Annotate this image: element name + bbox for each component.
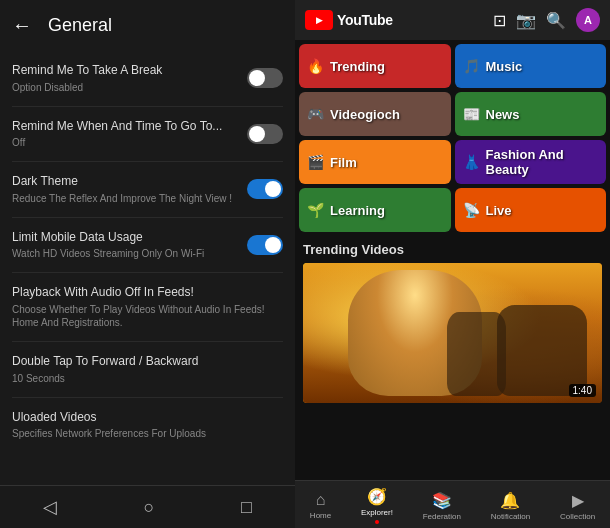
category-icon-fashion: 👗 bbox=[463, 154, 480, 170]
back-nav-icon[interactable]: ◁ bbox=[43, 496, 57, 518]
avatar[interactable]: A bbox=[576, 8, 600, 32]
nav-item-explore[interactable]: 🧭Explorer! bbox=[361, 487, 393, 524]
setting-item-uploads: Uloaded VideosSpecifies Network Preferen… bbox=[12, 398, 283, 453]
category-gaming[interactable]: 🎮Videogioch bbox=[299, 92, 451, 136]
toggle-break[interactable] bbox=[247, 68, 283, 88]
category-music[interactable]: 🎵Music bbox=[455, 44, 607, 88]
setting-item-break[interactable]: Remind Me To Take A BreakOption Disabled bbox=[12, 51, 283, 107]
setting-sub-dark: Reduce The Reflex And Improve The Night … bbox=[12, 192, 239, 205]
youtube-logo: YouTube bbox=[305, 10, 393, 30]
nav-icon-federation: 📚 bbox=[432, 491, 452, 510]
youtube-header: YouTube ⊡ 📷 🔍 A bbox=[295, 0, 610, 40]
nav-label-explore: Explorer! bbox=[361, 508, 393, 517]
settings-header: ← General bbox=[0, 0, 295, 51]
category-label-learning: Learning bbox=[330, 203, 385, 218]
youtube-wordmark: YouTube bbox=[337, 12, 393, 28]
video-camera-icon[interactable]: 📷 bbox=[516, 11, 536, 30]
category-label-music: Music bbox=[486, 59, 523, 74]
setting-title-data: Limit Mobile Data Usage bbox=[12, 230, 239, 246]
setting-title-time: Remind Me When And Time To Go To... bbox=[12, 119, 239, 135]
nav-icon-notification: 🔔 bbox=[500, 491, 520, 510]
toggle-data[interactable] bbox=[247, 235, 283, 255]
category-icon-films: 🎬 bbox=[307, 154, 324, 170]
setting-title-break: Remind Me To Take A Break bbox=[12, 63, 239, 79]
category-label-live: Live bbox=[486, 203, 512, 218]
setting-item-time[interactable]: Remind Me When And Time To Go To...Off bbox=[12, 107, 283, 163]
category-films[interactable]: 🎬Film bbox=[299, 140, 451, 184]
setting-sub-time: Off bbox=[12, 136, 239, 149]
nav-label-home: Home bbox=[310, 511, 331, 520]
back-button[interactable]: ← bbox=[12, 14, 32, 37]
settings-list: Remind Me To Take A BreakOption Disabled… bbox=[0, 51, 295, 485]
category-icon-news: 📰 bbox=[463, 106, 480, 122]
setting-item-dark[interactable]: Dark ThemeReduce The Reflex And Improve … bbox=[12, 162, 283, 218]
category-trending[interactable]: 🔥Trending bbox=[299, 44, 451, 88]
toggle-time[interactable] bbox=[247, 124, 283, 144]
video-duration: 1:40 bbox=[569, 384, 596, 397]
category-live[interactable]: 📡Live bbox=[455, 188, 607, 232]
category-label-trending: Trending bbox=[330, 59, 385, 74]
nav-icon-explore: 🧭 bbox=[367, 487, 387, 506]
nav-item-federation[interactable]: 📚Federation bbox=[423, 491, 461, 521]
category-label-films: Film bbox=[330, 155, 357, 170]
trending-section: Trending Videos 1:40 bbox=[295, 236, 610, 407]
category-icon-trending: 🔥 bbox=[307, 58, 324, 74]
recents-nav-icon[interactable]: □ bbox=[241, 497, 252, 518]
nav-item-collection[interactable]: ▶Collection bbox=[560, 491, 595, 521]
cast-icon[interactable]: ⊡ bbox=[493, 11, 506, 30]
nav-label-collection: Collection bbox=[560, 512, 595, 521]
setting-sub-uploads: Specifies Network Preferences For Upload… bbox=[12, 427, 275, 440]
setting-title-dark: Dark Theme bbox=[12, 174, 239, 190]
android-nav: ◁ ○ □ bbox=[0, 485, 295, 528]
setting-sub-data: Watch HD Videos Streaming Only On Wi-Fi bbox=[12, 247, 239, 260]
youtube-panel: YouTube ⊡ 📷 🔍 A 🔥Trending🎵Music🎮Videogio… bbox=[295, 0, 610, 528]
settings-panel: ← General Remind Me To Take A BreakOptio… bbox=[0, 0, 295, 528]
trending-title: Trending Videos bbox=[303, 242, 602, 257]
nav-item-notification[interactable]: 🔔Notification bbox=[491, 491, 531, 521]
nav-icon-collection: ▶ bbox=[572, 491, 584, 510]
setting-item-audio: Playback With Audio Off In Feeds!Choose … bbox=[12, 273, 283, 342]
search-icon[interactable]: 🔍 bbox=[546, 11, 566, 30]
category-icon-music: 🎵 bbox=[463, 58, 480, 74]
category-label-news: News bbox=[486, 107, 520, 122]
youtube-icon bbox=[305, 10, 333, 30]
nav-item-home[interactable]: ⌂Home bbox=[310, 491, 331, 520]
setting-sub-doubletap: 10 Seconds bbox=[12, 372, 275, 385]
nav-label-federation: Federation bbox=[423, 512, 461, 521]
toggle-dark[interactable] bbox=[247, 179, 283, 199]
setting-sub-audio: Choose Whether To Play Videos Without Au… bbox=[12, 303, 275, 329]
category-label-fashion: Fashion And Beauty bbox=[486, 147, 599, 177]
setting-sub-break: Option Disabled bbox=[12, 81, 239, 94]
category-icon-learning: 🌱 bbox=[307, 202, 324, 218]
nav-label-notification: Notification bbox=[491, 512, 531, 521]
setting-item-data[interactable]: Limit Mobile Data UsageWatch HD Videos S… bbox=[12, 218, 283, 274]
category-grid: 🔥Trending🎵Music🎮Videogioch📰News🎬Film👗Fas… bbox=[295, 40, 610, 236]
category-label-gaming: Videogioch bbox=[330, 107, 400, 122]
category-news[interactable]: 📰News bbox=[455, 92, 607, 136]
trending-video-thumbnail[interactable]: 1:40 bbox=[303, 263, 602, 403]
category-icon-live: 📡 bbox=[463, 202, 480, 218]
setting-title-doubletap: Double Tap To Forward / Backward bbox=[12, 354, 275, 370]
youtube-bottom-nav: ⌂Home🧭Explorer!📚Federation🔔Notification▶… bbox=[295, 480, 610, 528]
category-fashion[interactable]: 👗Fashion And Beauty bbox=[455, 140, 607, 184]
category-learning[interactable]: 🌱Learning bbox=[299, 188, 451, 232]
category-icon-gaming: 🎮 bbox=[307, 106, 324, 122]
header-icons: ⊡ 📷 🔍 A bbox=[493, 8, 600, 32]
setting-title-uploads: Uloaded Videos bbox=[12, 410, 275, 426]
setting-item-doubletap: Double Tap To Forward / Backward10 Secon… bbox=[12, 342, 283, 398]
settings-title: General bbox=[48, 15, 112, 36]
nav-icon-home: ⌂ bbox=[316, 491, 326, 509]
home-nav-icon[interactable]: ○ bbox=[144, 497, 155, 518]
active-nav-indicator bbox=[375, 520, 379, 524]
setting-title-audio: Playback With Audio Off In Feeds! bbox=[12, 285, 275, 301]
